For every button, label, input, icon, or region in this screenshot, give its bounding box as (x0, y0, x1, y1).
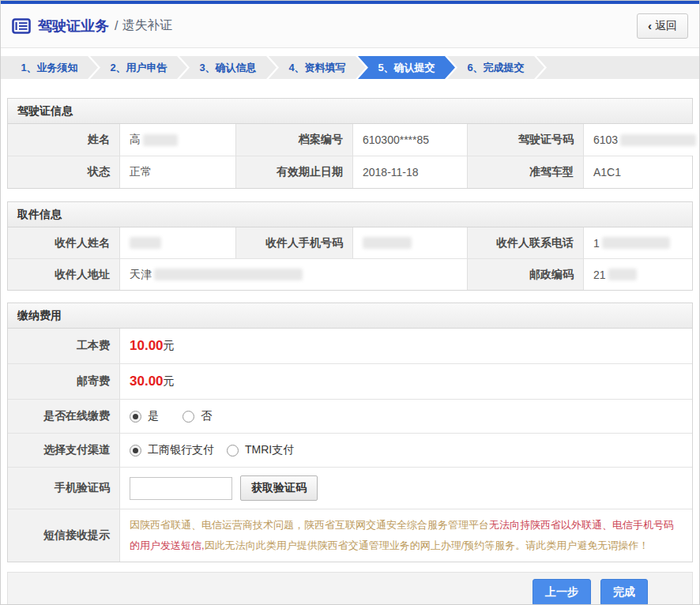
mobile-label: 收件人手机号码 (236, 227, 353, 258)
page-header: 驾驶证业务 / 遗失补证 ‹ 返回 (1, 4, 699, 48)
work-fee-amount: 10.00 (130, 338, 164, 354)
step-5-confirm-submit[interactable]: 5、确认提交 (358, 56, 455, 79)
step-label: 3、确认信息 (199, 61, 256, 75)
page: 驾驶证业务 / 遗失补证 ‹ 返回 1、业务须知 2、用户申告 3、确认信息 4… (0, 0, 700, 605)
redaction (620, 134, 696, 146)
step-1-business-notes[interactable]: 1、业务须知 (1, 56, 98, 79)
contact-phone-value: 1 (584, 227, 692, 258)
icbc-pay-option[interactable]: 工商银行支付 (130, 443, 214, 457)
sms-code-field: 获取验证码 (120, 468, 692, 509)
online-pay-yes-option[interactable]: 是 (130, 409, 159, 423)
vehicle-class-label: 准驾车型 (468, 156, 584, 188)
table-row: 邮寄费 30.00元 (8, 363, 692, 399)
name-text: 高 (130, 133, 141, 147)
back-chevron-icon: ‹ (648, 20, 652, 32)
step-wizard: 1、业务须知 2、用户申告 3、确认信息 4、资料填写 5、确认提交 6、完成提… (1, 56, 699, 79)
step-4-fill-data[interactable]: 4、资料填写 (269, 56, 366, 79)
footer-action-bar: 上一步 完成 (7, 572, 693, 605)
back-button[interactable]: ‹ 返回 (637, 13, 688, 39)
radio-icon[interactable] (130, 411, 141, 423)
table-row: 短信接收提示 因陕西省联通、电信运营商技术问题，陕西省互联网交通安全综合服务管理… (8, 509, 692, 562)
pickup-info-section: 取件信息 收件人姓名 收件人手机号码 收件人联系电话 1 收件人地址 天津 邮政… (7, 201, 693, 291)
post-fee-unit: 元 (164, 374, 175, 389)
table-row: 选择支付渠道 工商银行支付 TMRI支付 (8, 433, 692, 467)
table-row: 是否在线缴费 是 否 (8, 399, 692, 433)
step-6-complete-submit[interactable]: 6、完成提交 (447, 56, 544, 79)
breadcrumb-separator: / (115, 19, 118, 33)
radio-icon[interactable] (227, 445, 239, 457)
license-no-label: 驾驶证号码 (468, 124, 584, 156)
sms-code-input[interactable] (130, 477, 232, 500)
option-label: TMRI支付 (245, 443, 294, 457)
step-2-user-declaration[interactable]: 2、用户申告 (90, 56, 187, 79)
step-label: 6、完成提交 (467, 61, 524, 75)
expiry-label: 有效期止日期 (236, 156, 353, 188)
step-label: 1、业务须知 (21, 61, 77, 75)
vehicle-class-value: A1C1 (584, 156, 692, 188)
pay-channel-label: 选择支付渠道 (8, 434, 120, 467)
step-bar-filler (536, 56, 699, 79)
address-label: 收件人地址 (8, 259, 120, 290)
license-no-value: 6103 (584, 124, 700, 156)
redaction (130, 237, 161, 249)
table-row: 手机验证码 获取验证码 (8, 467, 692, 509)
redaction (602, 237, 670, 249)
get-code-button[interactable]: 获取验证码 (240, 475, 318, 501)
name-value: 高 (120, 124, 236, 156)
recipient-name-label: 收件人姓名 (8, 227, 120, 258)
address-value: 天津 (120, 259, 468, 290)
previous-step-button[interactable]: 上一步 (533, 579, 591, 605)
contact-phone-text: 1 (593, 237, 600, 250)
back-button-label: 返回 (655, 19, 677, 33)
redaction (363, 237, 412, 249)
post-fee-amount: 30.00 (130, 374, 164, 389)
option-label: 工商银行支付 (148, 443, 214, 457)
status-value: 正常 (120, 156, 236, 188)
finish-button[interactable]: 完成 (600, 579, 648, 605)
step-label: 2、用户申告 (110, 61, 167, 75)
file-no-label: 档案编号 (236, 124, 353, 156)
work-fee-label: 工本费 (8, 329, 120, 363)
license-info-section: 驾驶证信息 姓名 高 档案编号 610300****85 驾驶证号码 6103 … (7, 98, 693, 189)
sms-notice-text: 因陕西省联通、电信运营商技术问题，陕西省互联网交通安全综合服务管理平台无法向持陕… (120, 509, 692, 562)
payment-title: 缴纳费用 (8, 303, 692, 329)
step-label: 5、确认提交 (378, 61, 435, 75)
work-fee-unit: 元 (164, 339, 175, 353)
notice-part2: 因此无法向此类用户提供陕西省交通管理业务的网上办理/预约等服务。请此类用户避免无… (205, 539, 649, 551)
online-pay-options: 是 否 (120, 400, 692, 433)
step-3-confirm-info[interactable]: 3、确认信息 (179, 56, 277, 79)
postal-code-text: 21 (593, 269, 606, 281)
redaction (154, 269, 303, 280)
status-label: 状态 (8, 156, 120, 188)
radio-icon[interactable] (130, 445, 141, 457)
license-no-text: 6103 (593, 133, 618, 146)
step-label: 4、资料填写 (288, 61, 345, 75)
postal-code-value: 21 (584, 259, 692, 290)
post-fee-value: 30.00元 (120, 364, 692, 399)
address-text: 天津 (130, 268, 152, 282)
table-row: 收件人地址 天津 邮政编码 21 (8, 258, 692, 290)
radio-icon[interactable] (183, 411, 194, 423)
online-pay-no-option[interactable]: 否 (183, 409, 212, 423)
tmri-pay-option[interactable]: TMRI支付 (227, 443, 294, 457)
license-business-icon (12, 18, 31, 34)
pay-channel-options: 工商银行支付 TMRI支付 (120, 434, 692, 467)
payment-section: 缴纳费用 工本费 10.00元 邮寄费 30.00元 是否在线缴费 是 否 选择… (7, 302, 693, 562)
redaction (608, 269, 637, 280)
table-row: 工本费 10.00元 (8, 329, 692, 363)
table-row: 状态 正常 有效期止日期 2018-11-18 准驾车型 A1C1 (8, 156, 692, 188)
online-pay-label: 是否在线缴费 (8, 400, 120, 433)
contact-phone-label: 收件人联系电话 (468, 227, 584, 258)
table-row: 收件人姓名 收件人手机号码 收件人联系电话 1 (8, 227, 692, 258)
sms-code-label: 手机验证码 (8, 468, 120, 509)
work-fee-value: 10.00元 (120, 329, 692, 363)
name-label: 姓名 (8, 124, 120, 156)
page-title: 驾驶证业务 (38, 17, 109, 36)
breadcrumb-current: 遗失补证 (122, 17, 172, 34)
notice-part1: 因陕西省联通、电信运营商技术问题，陕西省互联网交通安全综合服务管理平台 (130, 519, 489, 531)
sms-notice-label: 短信接收提示 (8, 509, 120, 562)
mobile-value (353, 227, 468, 258)
option-label: 是 (148, 409, 159, 423)
license-info-title: 驾驶证信息 (8, 99, 692, 124)
option-label: 否 (201, 409, 212, 423)
